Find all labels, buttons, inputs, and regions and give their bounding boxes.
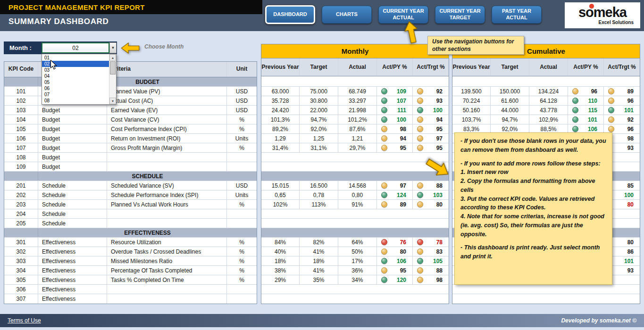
previous-year-cell[interactable]: 29% bbox=[261, 275, 300, 284]
unit-cell[interactable] bbox=[227, 294, 257, 304]
scroll-up-icon[interactable]: ▲ bbox=[109, 54, 116, 61]
previous-year-cell[interactable]: 70.224 bbox=[452, 96, 491, 105]
criteria-cell[interactable]: Cost Performance Index (CPI) bbox=[107, 124, 227, 133]
nav-button-dashboard[interactable]: DASHBOARD bbox=[265, 5, 315, 24]
kpi-code-cell[interactable]: 205 bbox=[4, 219, 38, 228]
previous-year-cell[interactable]: 1,29 bbox=[261, 134, 300, 143]
actual-cell[interactable]: 34% bbox=[338, 275, 377, 284]
actual-cell[interactable]: 14.568 bbox=[338, 181, 377, 190]
target-cell[interactable]: 92,0% bbox=[300, 124, 338, 133]
kpi-code-cell[interactable]: 303 bbox=[4, 256, 38, 265]
criteria-cell[interactable]: Resource Utilization bbox=[107, 238, 227, 247]
act-py-cell[interactable]: 110 bbox=[568, 96, 604, 105]
act-trgt-cell[interactable]: 105 bbox=[413, 256, 449, 265]
actual-cell[interactable]: 1,21 bbox=[338, 134, 377, 143]
category-cell[interactable]: Budget bbox=[38, 134, 107, 143]
act-py-cell[interactable]: 111 bbox=[377, 106, 413, 115]
act-trgt-cell[interactable]: 92 bbox=[604, 115, 640, 124]
target-cell[interactable]: 18% bbox=[300, 256, 338, 265]
previous-year-cell[interactable]: 101,3% bbox=[261, 115, 300, 124]
act-py-cell[interactable]: 124 bbox=[377, 190, 413, 199]
unit-cell[interactable] bbox=[227, 153, 257, 162]
category-cell[interactable]: Schedule bbox=[38, 219, 107, 228]
act-trgt-cell[interactable]: 100 bbox=[413, 106, 449, 115]
unit-cell[interactable] bbox=[227, 285, 257, 294]
actual-cell[interactable]: 102,9% bbox=[529, 115, 568, 124]
category-cell[interactable]: Budget bbox=[38, 106, 107, 115]
act-py-cell[interactable]: 80 bbox=[377, 247, 413, 256]
unit-cell[interactable]: % bbox=[227, 124, 257, 133]
criteria-cell[interactable] bbox=[107, 294, 227, 304]
actual-cell[interactable]: 64.128 bbox=[529, 96, 568, 105]
nav-button-current-year-target[interactable]: CURRENT YEAR TARGET bbox=[435, 6, 485, 24]
unit-cell[interactable] bbox=[227, 219, 257, 228]
kpi-code-cell[interactable]: 104 bbox=[4, 115, 38, 124]
act-py-cell[interactable]: 89 bbox=[377, 200, 413, 209]
category-cell[interactable]: Schedule bbox=[38, 200, 107, 209]
criteria-cell[interactable]: Tasks % Completed On Time bbox=[107, 275, 227, 284]
criteria-cell[interactable]: Scheduled Variance (SV) bbox=[107, 181, 227, 190]
act-trgt-cell[interactable]: 98 bbox=[413, 275, 449, 284]
kpi-code-cell[interactable]: 305 bbox=[4, 275, 38, 284]
actual-cell[interactable]: 87,6% bbox=[338, 124, 377, 133]
category-cell[interactable]: Budget bbox=[38, 143, 107, 152]
kpi-code-cell[interactable]: 307 bbox=[4, 294, 38, 304]
category-cell[interactable]: Budget bbox=[38, 124, 107, 133]
criteria-cell[interactable]: Percentage Of Tasks Completed bbox=[107, 266, 227, 275]
act-py-cell[interactable]: 120 bbox=[377, 275, 413, 284]
category-cell[interactable]: Schedule bbox=[38, 209, 107, 218]
actual-cell[interactable]: 68.749 bbox=[338, 87, 377, 96]
category-cell[interactable]: Effectiveness bbox=[38, 294, 107, 304]
act-py-cell[interactable]: 115 bbox=[568, 106, 604, 115]
actual-cell[interactable]: 64% bbox=[338, 238, 377, 247]
act-trgt-cell[interactable]: 96 bbox=[604, 96, 640, 105]
act-trgt-cell[interactable]: 83 bbox=[413, 247, 449, 256]
act-py-cell[interactable]: 98 bbox=[377, 124, 413, 133]
act-trgt-cell[interactable]: 94 bbox=[413, 115, 449, 124]
unit-cell[interactable] bbox=[227, 209, 257, 218]
act-py-cell[interactable]: 101 bbox=[568, 115, 604, 124]
kpi-code-cell[interactable]: 102 bbox=[4, 96, 38, 105]
criteria-cell[interactable]: Planned Value (PV) bbox=[107, 87, 227, 96]
category-cell[interactable]: Effectiveness bbox=[38, 247, 107, 256]
unit-cell[interactable]: USD bbox=[227, 87, 257, 96]
kpi-code-cell[interactable]: 201 bbox=[4, 181, 38, 190]
target-cell[interactable]: 35% bbox=[300, 275, 338, 284]
criteria-cell[interactable] bbox=[107, 285, 227, 294]
scrollbar-track[interactable] bbox=[109, 75, 116, 98]
previous-year-cell[interactable]: 50.160 bbox=[452, 106, 491, 115]
target-cell[interactable]: 75.000 bbox=[300, 87, 338, 96]
unit-cell[interactable]: USD bbox=[227, 181, 257, 190]
act-py-cell[interactable]: 100 bbox=[377, 115, 413, 124]
scrollbar-thumb[interactable] bbox=[110, 61, 116, 74]
kpi-code-cell[interactable]: 101 bbox=[4, 87, 38, 96]
unit-cell[interactable]: % bbox=[227, 143, 257, 152]
month-dropdown-button[interactable]: ▼ bbox=[109, 42, 117, 53]
target-cell[interactable]: 41% bbox=[300, 266, 338, 275]
act-py-cell[interactable]: 95 bbox=[377, 266, 413, 275]
target-cell[interactable]: 1,25 bbox=[300, 134, 338, 143]
act-trgt-cell[interactable]: 95 bbox=[413, 143, 449, 152]
act-trgt-cell[interactable]: 93 bbox=[413, 96, 449, 105]
kpi-code-cell[interactable]: 105 bbox=[4, 124, 38, 133]
criteria-cell[interactable]: Missed Milestones Ratio bbox=[107, 256, 227, 265]
actual-cell[interactable]: 43.778 bbox=[529, 106, 568, 115]
actual-cell[interactable]: 0,80 bbox=[338, 190, 377, 199]
target-cell[interactable]: 31,1% bbox=[300, 143, 338, 152]
unit-cell[interactable]: % bbox=[227, 115, 257, 124]
kpi-code-cell[interactable]: 103 bbox=[4, 106, 38, 115]
nav-button-charts[interactable]: CHARTS bbox=[322, 6, 372, 24]
target-cell[interactable]: 150.000 bbox=[491, 87, 529, 96]
criteria-cell[interactable] bbox=[107, 153, 227, 162]
unit-cell[interactable]: % bbox=[227, 247, 257, 256]
previous-year-cell[interactable]: 63.000 bbox=[261, 87, 300, 96]
month-option-06[interactable]: 06 bbox=[42, 85, 109, 91]
act-py-cell[interactable]: 106 bbox=[377, 256, 413, 265]
criteria-cell[interactable]: Cost Variance (CV) bbox=[107, 115, 227, 124]
month-option-04[interactable]: 04 bbox=[42, 73, 109, 79]
criteria-cell[interactable] bbox=[107, 162, 227, 171]
unit-cell[interactable]: Units bbox=[227, 134, 257, 143]
act-trgt-cell[interactable]: 97 bbox=[413, 134, 449, 143]
target-cell[interactable]: 61.600 bbox=[491, 96, 529, 105]
target-cell[interactable]: 16.500 bbox=[300, 181, 338, 190]
